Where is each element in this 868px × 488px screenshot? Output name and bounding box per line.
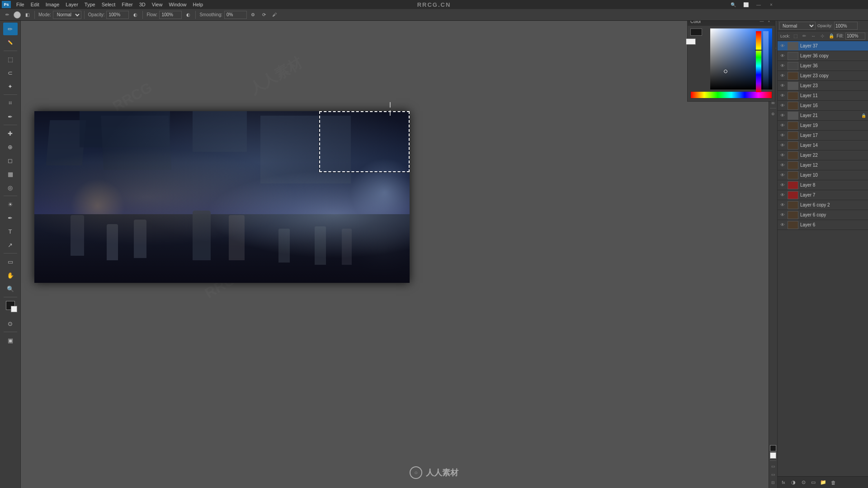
extra-btn-2[interactable]: 🖋 — [270, 10, 279, 19]
marquee-tool[interactable]: ⬚ — [3, 53, 18, 66]
color-spectrum-strip[interactable] — [690, 91, 772, 99]
layer-item-7[interactable]: 👁 Layer 7 — [778, 190, 868, 200]
smoothing-input[interactable] — [224, 11, 247, 19]
close-window-btn[interactable]: × — [765, 0, 778, 9]
layer-21-visibility[interactable]: 👁 — [779, 113, 786, 119]
flow-input[interactable] — [159, 11, 182, 19]
text-tool[interactable]: T — [3, 225, 18, 238]
menu-select[interactable]: Select — [99, 1, 118, 8]
resize-window-btn[interactable]: ⬜ — [740, 0, 752, 9]
layer-item-12[interactable]: 👁 Layer 12 — [778, 160, 868, 170]
menu-layer[interactable]: Layer — [63, 1, 81, 8]
color-alpha-strip[interactable] — [763, 31, 769, 92]
gradient-tool[interactable]: ▦ — [3, 168, 18, 180]
layer-item-17[interactable]: 👁 Layer 17 — [778, 131, 868, 141]
brush-size-btn[interactable] — [14, 11, 21, 19]
hand-tool[interactable]: ✋ — [3, 269, 18, 282]
healing-tool[interactable]: ✚ — [3, 127, 18, 140]
quick-mask-tool[interactable]: ⊙ — [3, 317, 18, 330]
layer-item-14[interactable]: 👁 Layer 14 — [778, 141, 868, 150]
lock-artboard-btn[interactable]: ↔ — [810, 33, 817, 40]
opacity-tablet-btn[interactable]: ◐ — [131, 10, 140, 19]
lock-image-btn[interactable]: ✏ — [801, 33, 808, 40]
background-swatch[interactable] — [686, 38, 696, 45]
layer-6copy-visibility[interactable]: 👁 — [779, 212, 786, 218]
layers-mode-dropdown[interactable]: Normal — [779, 22, 816, 30]
layer-item-16[interactable]: 👁 Layer 16 — [778, 101, 868, 111]
layer-folder-btn[interactable]: 📁 — [819, 479, 827, 487]
layer-11-visibility[interactable]: 👁 — [779, 93, 786, 99]
opacity-input[interactable] — [106, 11, 129, 19]
shape-tool[interactable]: ▭ — [3, 255, 18, 268]
layer-7-visibility[interactable]: 👁 — [779, 192, 786, 198]
layer-item-36copy[interactable]: 👁 Layer 36 copy — [778, 51, 868, 61]
layer-delete-btn[interactable]: 🗑 — [829, 479, 837, 487]
layer-36copy-visibility[interactable]: 👁 — [779, 53, 786, 59]
layer-adjustment-btn[interactable]: ⊙ — [799, 479, 807, 487]
fill-input[interactable] — [845, 33, 865, 40]
layer-10-visibility[interactable]: 👁 — [779, 172, 786, 178]
layer-item-23copy[interactable]: 👁 Layer 23 copy — [778, 71, 868, 81]
brush-tool-btn[interactable]: ✏ — [3, 10, 12, 19]
mode-dropdown[interactable]: Normal — [53, 11, 81, 19]
layer-22-visibility[interactable]: 👁 — [779, 152, 786, 159]
brush-tool[interactable]: ✏ — [3, 23, 18, 35]
layer-item-11[interactable]: 👁 Layer 11 — [778, 91, 868, 101]
settings-btn[interactable]: ⚙ — [249, 10, 258, 19]
layer-item-6copy[interactable]: 👁 Layer 6 copy — [778, 210, 868, 220]
menu-3d[interactable]: 3D — [137, 1, 148, 8]
right-mini-btn-11[interactable]: ▭ — [769, 463, 777, 470]
menu-filter[interactable]: Filter — [119, 1, 135, 8]
layer-23copy-visibility[interactable]: 👁 — [779, 73, 786, 79]
zoom-tool[interactable]: 🔍 — [3, 282, 18, 295]
menu-help[interactable]: Help — [190, 1, 206, 8]
layer-group-btn[interactable]: ▭ — [809, 479, 817, 487]
brush-opacity-btn[interactable]: ◧ — [23, 10, 32, 19]
menu-image[interactable]: Image — [43, 1, 62, 8]
layer-17-visibility[interactable]: 👁 — [779, 132, 786, 139]
layer-item-23[interactable]: 👁 Layer 23 — [778, 81, 868, 91]
layer-item-6[interactable]: 👁 Layer 6 — [778, 220, 868, 230]
layer-16-visibility[interactable]: 👁 — [779, 103, 786, 109]
layer-19-visibility[interactable]: 👁 — [779, 122, 786, 129]
layer-item-21[interactable]: 👁 Layer 21 🔒 — [778, 111, 868, 121]
right-mini-btn-12[interactable]: ▭ — [769, 471, 777, 478]
layer-37-visibility[interactable]: 👁 — [779, 43, 786, 49]
extra-btn-1[interactable]: ⟳ — [259, 10, 269, 19]
layer-14-visibility[interactable]: 👁 — [779, 142, 786, 149]
screen-mode-btn[interactable]: ▣ — [3, 334, 18, 347]
search-window-btn[interactable]: 🔍 — [727, 0, 740, 9]
dodge-tool[interactable]: ☀ — [3, 198, 18, 211]
right-mini-btn-10[interactable]: ⊕ — [769, 110, 777, 117]
layer-mask-btn[interactable]: ◑ — [789, 479, 797, 487]
menu-view[interactable]: View — [149, 1, 165, 8]
blur-tool[interactable]: ◎ — [3, 181, 18, 194]
layer-item-19[interactable]: 👁 Layer 19 — [778, 121, 868, 131]
right-mini-bg[interactable] — [770, 452, 776, 459]
eraser-tool[interactable]: ◻ — [3, 154, 18, 167]
color-hue-strip[interactable] — [756, 31, 761, 92]
clone-tool[interactable]: ⊕ — [3, 141, 18, 153]
right-mini-fg[interactable] — [770, 445, 776, 451]
layer-item-10[interactable]: 👁 Layer 10 — [778, 170, 868, 180]
minimize-window-btn[interactable]: — — [752, 0, 765, 9]
lock-all-btn[interactable]: 🔒 — [828, 33, 835, 40]
eyedropper-tool[interactable]: ✒ — [3, 110, 18, 123]
layer-fx-btn[interactable]: fx — [779, 479, 788, 487]
right-mini-btn-13[interactable]: ⊟ — [769, 479, 777, 486]
layer-6-visibility[interactable]: 👁 — [779, 222, 786, 228]
menu-type[interactable]: Type — [82, 1, 98, 8]
layer-item-8[interactable]: 👁 Layer 8 — [778, 180, 868, 190]
foreground-color[interactable] — [6, 301, 15, 310]
layer-8-visibility[interactable]: 👁 — [779, 182, 786, 188]
layer-item-6copy2[interactable]: 👁 Layer 6 copy 2 — [778, 200, 868, 210]
layer-23-visibility[interactable]: 👁 — [779, 83, 786, 89]
lock-position-btn[interactable]: ⊹ — [819, 33, 826, 40]
pen-tool[interactable]: ✒ — [3, 211, 18, 224]
layers-opacity-input[interactable] — [834, 22, 858, 30]
layer-6copy2-visibility[interactable]: 👁 — [779, 202, 786, 208]
flow-tablet-btn[interactable]: ◐ — [184, 10, 193, 19]
menu-file[interactable]: File — [14, 1, 27, 8]
lock-transparent-btn[interactable]: ⬚ — [792, 33, 799, 40]
menu-window[interactable]: Window — [166, 1, 189, 8]
